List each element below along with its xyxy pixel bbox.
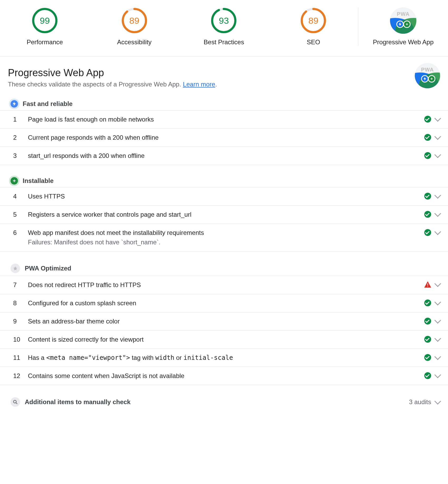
- audit-body: Has a <meta name="viewport"> tag with wi…: [28, 354, 417, 361]
- score-gauges-row: 99 Performance 89 Accessibility 93 Best …: [0, 0, 448, 57]
- category-header: Progressive Web App These checks validat…: [0, 57, 448, 88]
- category-subtitle-text: These checks validate the aspects of a P…: [8, 81, 183, 88]
- chevron-down-icon: [434, 228, 441, 235]
- audit-title: Content is sized correctly for the viewp…: [28, 336, 417, 343]
- gauge-best-practices[interactable]: 93 Best Practices: [179, 7, 269, 46]
- bolt-icon: [421, 75, 428, 83]
- gauge-accessibility[interactable]: 89 Accessibility: [90, 7, 179, 46]
- svg-rect-8: [427, 283, 428, 286]
- audit-title: Does not redirect HTTP traffic to HTTPS: [28, 281, 417, 289]
- audit-status: [424, 152, 440, 159]
- audit-subtitle: Failures: Manifest does not have `short_…: [28, 239, 417, 246]
- audit-title: Sets an address-bar theme color: [28, 318, 417, 325]
- gauge-ring: 93: [211, 7, 237, 34]
- audit-number: 2: [13, 134, 21, 141]
- audit-row[interactable]: 3 start_url responds with a 200 when off…: [0, 147, 448, 165]
- audit-status: [424, 229, 440, 236]
- audit-row[interactable]: 6 Web app manifest does not meet the ins…: [0, 224, 448, 251]
- chevron-down-icon: [434, 151, 441, 158]
- audit-row[interactable]: 7 Does not redirect HTTP traffic to HTTP…: [0, 276, 448, 294]
- audit-number: 10: [13, 336, 21, 343]
- svg-point-10: [13, 400, 16, 403]
- audit-body: Current page responds with a 200 when of…: [28, 134, 417, 141]
- audit-title: Contains some content when JavaScript is…: [28, 372, 417, 380]
- audit-row[interactable]: 1 Page load is fast enough on mobile net…: [0, 110, 448, 129]
- pwa-badge-text: PWA: [415, 67, 440, 73]
- chevron-down-icon: [434, 115, 441, 122]
- audit-title: Page load is fast enough on mobile netwo…: [28, 116, 417, 123]
- audit-row[interactable]: 8 Configured for a custom splash screen: [0, 294, 448, 312]
- audit-number: 3: [13, 152, 21, 159]
- audit-title: Uses HTTPS: [28, 193, 417, 200]
- svg-line-11: [16, 403, 17, 404]
- chevron-down-icon: [434, 353, 441, 360]
- audit-title: Current page responds with a 200 when of…: [28, 134, 417, 141]
- chevron-down-icon: [434, 398, 441, 404]
- audit-row[interactable]: 10 Content is sized correctly for the vi…: [0, 331, 448, 349]
- warning-fail-icon: [424, 281, 431, 288]
- chevron-down-icon: [434, 192, 441, 199]
- group-heading: + Installable: [0, 165, 448, 187]
- check-pass-icon: [424, 152, 431, 159]
- manual-checks-heading: Additional items to manually check: [25, 398, 130, 406]
- audit-body: Configured for a custom splash screen: [28, 299, 417, 307]
- search-icon: [11, 397, 20, 407]
- audit-row[interactable]: 12 Contains some content when JavaScript…: [0, 367, 448, 385]
- audit-body: Registers a service worker that controls…: [28, 211, 417, 218]
- check-pass-icon: [424, 116, 431, 123]
- audit-number: 9: [13, 318, 21, 325]
- check-pass-icon: [424, 354, 431, 361]
- bolt-icon: [396, 21, 404, 28]
- lighthouse-report: 99 Performance 89 Accessibility 93 Best …: [0, 0, 448, 425]
- audit-body: Web app manifest does not meet the insta…: [28, 229, 417, 246]
- check-pass-icon: [424, 134, 431, 141]
- audit-groups: Fast and reliable 1 Page load is fast en…: [0, 88, 448, 385]
- gauge-value: 89: [300, 7, 327, 34]
- audit-body: Sets an address-bar theme color: [28, 318, 417, 325]
- gauge-seo[interactable]: 89 SEO: [269, 7, 358, 46]
- audit-status: [424, 354, 440, 361]
- gauge-ring: 99: [32, 7, 58, 34]
- gauge-label: Best Practices: [204, 38, 244, 46]
- audit-row[interactable]: 11 Has a <meta name="viewport"> tag with…: [0, 349, 448, 367]
- chevron-down-icon: [434, 335, 441, 342]
- chevron-down-icon: [434, 133, 441, 140]
- audit-status: [424, 134, 440, 141]
- check-pass-icon: [424, 299, 431, 306]
- chevron-down-icon: [434, 371, 441, 378]
- category-title: Progressive Web App: [8, 67, 440, 79]
- chevron-down-icon: [434, 280, 441, 287]
- group-heading: Fast and reliable: [0, 88, 448, 110]
- gauge-pwa[interactable]: PWA + Progressive Web App: [358, 7, 448, 46]
- audit-number: 8: [13, 299, 21, 307]
- audit-number: 6: [13, 229, 21, 236]
- gauge-performance[interactable]: 99 Performance: [0, 7, 90, 46]
- audit-row[interactable]: 4 Uses HTTPS: [0, 187, 448, 206]
- gauge-value: 89: [121, 7, 148, 34]
- audit-number: 7: [13, 281, 21, 289]
- audit-body: Uses HTTPS: [28, 193, 417, 200]
- audit-status: [424, 372, 440, 379]
- learn-more-link[interactable]: Learn more: [183, 81, 215, 88]
- pwa-badge-icon: PWA +: [415, 63, 440, 88]
- gauge-value: 99: [32, 7, 58, 34]
- audit-number: 4: [13, 193, 21, 200]
- chevron-down-icon: [434, 299, 441, 305]
- audit-row[interactable]: 2 Current page responds with a 200 when …: [0, 129, 448, 147]
- gauge-label: Performance: [27, 38, 63, 46]
- svg-rect-9: [427, 286, 428, 287]
- check-pass-icon: [424, 336, 431, 343]
- manual-checks-toggle[interactable]: Additional items to manually check 3 aud…: [0, 385, 448, 409]
- star-icon: [11, 264, 20, 273]
- group-title: Fast and reliable: [23, 100, 72, 108]
- period: .: [215, 81, 217, 88]
- check-pass-icon: [424, 229, 431, 236]
- gauge-ring: 89: [121, 7, 148, 34]
- gauge-value: 93: [211, 7, 237, 34]
- audit-title: start_url responds with a 200 when offli…: [28, 152, 417, 159]
- audit-row[interactable]: 9 Sets an address-bar theme color: [0, 312, 448, 331]
- audit-row[interactable]: 5 Registers a service worker that contro…: [0, 206, 448, 224]
- audit-body: Does not redirect HTTP traffic to HTTPS: [28, 281, 417, 289]
- chevron-down-icon: [434, 210, 441, 217]
- audit-number: 12: [13, 372, 21, 380]
